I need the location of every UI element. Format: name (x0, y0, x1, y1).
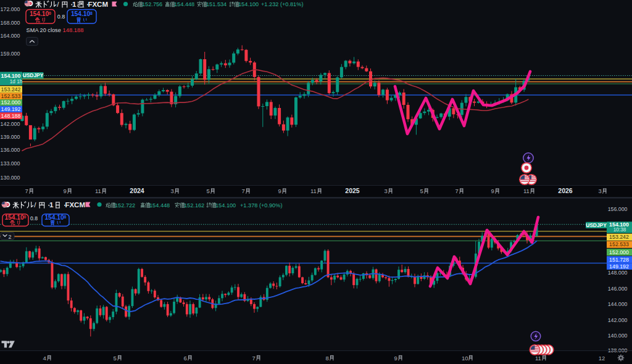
svg-text:152.756: 152.756 (142, 1, 162, 7)
svg-text:3: 3 (171, 188, 174, 194)
svg-text:0.8: 0.8 (57, 14, 65, 20)
svg-text:3: 3 (599, 188, 602, 194)
svg-text:9: 9 (491, 188, 494, 194)
svg-text:148.000: 148.000 (608, 270, 628, 276)
svg-text:153.242: 153.242 (1, 86, 21, 93)
svg-text:USDJPY: USDJPY (586, 222, 607, 228)
svg-text:152.000: 152.000 (609, 249, 629, 255)
svg-text:0: 0 (24, 215, 27, 219)
svg-text:148.188: 148.188 (1, 113, 21, 119)
svg-text:151.728: 151.728 (609, 257, 629, 263)
svg-text:8: 8 (90, 11, 93, 15)
svg-text:11: 11 (95, 188, 101, 194)
svg-text:2024: 2024 (130, 187, 144, 194)
svg-text:SMA 20 close: SMA 20 close (27, 27, 61, 33)
svg-text:130.000: 130.000 (1, 175, 20, 181)
svg-text:+1.232 (+0.81%): +1.232 (+0.81%) (261, 1, 303, 7)
svg-text:4: 4 (43, 355, 46, 362)
svg-text:8: 8 (64, 215, 67, 219)
svg-text:2025: 2025 (345, 187, 360, 194)
svg-text:154.448: 154.448 (174, 1, 194, 7)
svg-text:146.000: 146.000 (608, 286, 628, 292)
svg-text:9: 9 (278, 188, 281, 194)
svg-text:7: 7 (25, 188, 28, 194)
svg-text:0.8: 0.8 (30, 215, 38, 221)
svg-text:139.000: 139.000 (1, 134, 20, 140)
svg-text:154.10: 154.10 (44, 214, 64, 221)
svg-text:+1.378 (+0.90%): +1.378 (+0.90%) (240, 202, 282, 209)
svg-text:168.000: 168.000 (1, 20, 20, 26)
svg-text:10:38: 10:38 (613, 227, 626, 233)
svg-text:154.10: 154.10 (71, 10, 90, 17)
svg-text:11: 11 (535, 355, 541, 362)
svg-text:3: 3 (385, 188, 388, 194)
svg-text:7: 7 (242, 188, 245, 194)
svg-text:FXCM: FXCM (88, 1, 108, 8)
svg-text:159.000: 159.000 (1, 51, 20, 57)
svg-text:11: 11 (310, 188, 317, 194)
svg-text:148.188: 148.188 (63, 27, 84, 33)
svg-text:0: 0 (49, 11, 51, 15)
svg-text:154.448: 154.448 (149, 202, 170, 209)
svg-text:149.192: 149.192 (609, 263, 629, 270)
svg-text:154.100: 154.100 (215, 202, 236, 209)
svg-text:FXCM: FXCM (65, 201, 85, 209)
svg-text:6: 6 (184, 355, 187, 362)
svg-text:152.533: 152.533 (1, 93, 21, 99)
svg-text:7: 7 (252, 355, 256, 362)
svg-text:142.000: 142.000 (1, 121, 20, 127)
svg-text:136.000: 136.000 (1, 147, 20, 153)
svg-text:152.000: 152.000 (1, 99, 21, 105)
svg-text:172.000: 172.000 (1, 6, 20, 12)
svg-text:11: 11 (523, 188, 530, 194)
svg-text:5: 5 (207, 188, 210, 194)
svg-text:153.242: 153.242 (609, 234, 629, 240)
svg-text:144.000: 144.000 (608, 301, 628, 307)
svg-text:10: 10 (462, 355, 468, 362)
svg-text:2026: 2026 (558, 187, 573, 194)
svg-text:7: 7 (455, 188, 459, 194)
svg-text:5: 5 (114, 355, 117, 362)
svg-text:151.534: 151.534 (206, 1, 227, 7)
svg-text:152.722: 152.722 (115, 202, 135, 209)
svg-text:140.000: 140.000 (608, 333, 628, 339)
svg-text:12: 12 (599, 355, 605, 362)
svg-text:142.000: 142.000 (608, 317, 628, 323)
svg-text:154.10: 154.10 (30, 10, 49, 17)
svg-text:152.162: 152.162 (184, 202, 204, 209)
svg-text:2: 2 (8, 234, 11, 240)
svg-text:154.100: 154.100 (1, 73, 21, 79)
svg-text:152.533: 152.533 (609, 241, 629, 247)
svg-text:1: 1 (72, 1, 77, 8)
svg-text:1: 1 (49, 201, 54, 209)
svg-text:9: 9 (64, 188, 67, 194)
svg-text:9: 9 (394, 355, 397, 362)
svg-text:154.10: 154.10 (4, 214, 23, 221)
svg-text:156.000: 156.000 (608, 206, 628, 212)
svg-text:164.000: 164.000 (1, 33, 20, 39)
svg-text:154.100: 154.100 (238, 1, 259, 7)
svg-text:8: 8 (326, 355, 329, 362)
svg-text:5: 5 (420, 188, 423, 194)
svg-text:133.000: 133.000 (1, 160, 20, 167)
svg-text:1d 1h: 1d 1h (10, 79, 23, 85)
svg-text:USDJPY: USDJPY (23, 72, 44, 78)
svg-text:149.192: 149.192 (1, 106, 21, 112)
